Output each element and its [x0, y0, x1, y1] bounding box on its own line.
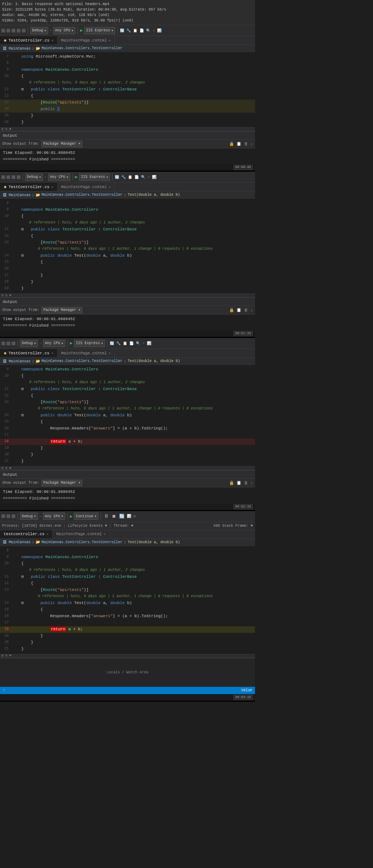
cpu-mode-dropdown-2[interactable]: Any CPU ▾: [48, 174, 70, 181]
tb2-sep3: [112, 174, 113, 180]
code-line: 20 }: [0, 452, 255, 458]
tab-testcontroller-3[interactable]: ● TestController.cs ✕: [0, 349, 58, 358]
tab-maintestpage-1[interactable]: MainTestPage.cshtml ✕: [58, 36, 115, 45]
tb2-sep1: [23, 174, 23, 180]
code-line: 10 {: [0, 73, 255, 80]
code-line: 8: [0, 60, 255, 67]
tab-close-3[interactable]: ✕: [51, 185, 54, 189]
tab-maintestpage-2[interactable]: MainTestPage.cshtml ✕: [58, 183, 115, 191]
tab-testcontroller-4[interactable]: testcontroller.cs ✕: [0, 530, 52, 539]
tab-testcontroller-2[interactable]: ● TestController.cs ✕: [0, 183, 58, 191]
output-header-2: Output: [0, 298, 255, 306]
tab-bar-4: testcontroller.cs ✕ MainTestPage.cshtml …: [0, 530, 255, 539]
toolbar-2: Debug ▾ - Any CPU ▾ ▶ IIS Express ▾ 🔄 🔧 …: [0, 172, 255, 183]
play-icon-1: ▶: [80, 28, 83, 33]
code-line-highlighted: 14 public: [0, 106, 255, 113]
code-line: 9 namespace MainCanvas.Controllers: [0, 366, 255, 373]
tab-testcontroller-1[interactable]: ● TestController.cs ✕: [0, 36, 58, 45]
stop-icon[interactable]: ⏹: [112, 514, 116, 519]
toolbar-sep-3: [117, 27, 118, 34]
toolbar-4: Debug ▾ - Any CPU ▾ ▶ Continue ▾ ⏸ ⏹ 🔄 📊…: [0, 511, 255, 522]
code-line-git: 0 references | huto, 9 days ago | 1 auth…: [0, 80, 255, 86]
cpu-mode-dropdown-3[interactable]: Any CPU ▾: [43, 340, 65, 347]
code-line: 18 }: [0, 279, 255, 285]
tab-bar-3: ● TestController.cs ✕ MainTestPage.cshtm…: [0, 349, 255, 358]
toolbar-sep-1: [28, 27, 28, 34]
toolbar-1: Debug ▾ - Any CPU ▾ ▶ IIS Express ▾ 🔄 🔧 …: [0, 25, 255, 36]
code-editor-3: 9 namespace MainCanvas.Controllers 10 { …: [0, 365, 255, 466]
pause-icon[interactable]: ⏸: [104, 513, 109, 519]
breadcrumb-1: 🖼 MainCanvas ❯ 📂 MainCanvas.Controllers.…: [0, 45, 255, 52]
code-line: 16: [0, 266, 255, 272]
cpu-mode-dropdown-4[interactable]: Any CPU ▾: [43, 513, 65, 520]
file-info-line3: Audio: aac, 44100 Hz, stereo, s16, 128 k…: [2, 12, 253, 18]
code-editor-2: 8 9 namespace MainCanvas.Controllers 10 …: [0, 199, 255, 293]
code-line: 11 ⊟ public class TestController : Contr…: [0, 574, 255, 580]
play-icon-2: ▶: [75, 174, 78, 180]
code-line: 13 [Route("api/test1")]: [0, 587, 255, 593]
restart-icon[interactable]: 🔄: [119, 514, 125, 519]
code-line: 15 {: [0, 259, 255, 266]
tab-maintestpage-3[interactable]: MainTestPage.cshtml ✕: [58, 349, 115, 358]
debug-mode-dropdown-4[interactable]: Debug ▾: [20, 513, 38, 520]
run-target-dropdown-1[interactable]: IIS Express ▾: [84, 27, 115, 34]
code-line: 13 [Route("api/test1")]: [0, 240, 255, 246]
output-panel-1: Output Show output from: Package Manager…: [0, 131, 255, 164]
run-target-dropdown-4[interactable]: Continue ▾: [74, 513, 98, 520]
timestamp-3: 00:02:18: [0, 503, 255, 510]
tab-close-6[interactable]: ✕: [109, 351, 111, 355]
tab-close-7[interactable]: ✕: [46, 532, 48, 536]
code-line: 12 {: [0, 233, 255, 240]
tab-close-2[interactable]: ✕: [109, 38, 111, 43]
debug-mode-dropdown[interactable]: Debug ▾: [30, 27, 48, 34]
timestamp-1: 00:00:48: [0, 164, 255, 171]
code-line: 13 [Route("api/test1")]: [0, 399, 255, 406]
toolbar-extra-icons: 🔄 🔧 📋 📄 🔍 ⚡ 📊: [120, 28, 161, 33]
code-line: 7 using Microsoft.AspNetCore.Mvc;: [0, 54, 255, 60]
debug-mode-dropdown-3[interactable]: Debug ▾: [20, 340, 38, 347]
run-target-dropdown-2[interactable]: IIS Express ▾: [79, 174, 110, 181]
locals-panel: Locals / Watch Area: [0, 658, 255, 687]
code-line: 20 }: [0, 639, 255, 646]
cpu-mode-dropdown-1[interactable]: Any CPU ▾: [53, 27, 75, 34]
file-info-line2: Size: 32311295 bytes (30.81 MiB), durati…: [2, 7, 253, 12]
debug-mode-dropdown-2[interactable]: Debug ▾: [25, 174, 43, 181]
tab-close-5[interactable]: ✕: [51, 351, 54, 355]
code-line-git: 0 references | huto, 9 days ago | 1 auth…: [0, 246, 255, 253]
code-line: 17: [0, 432, 255, 439]
code-line: 21 }: [0, 646, 255, 653]
output-toolbar-2: Show output from: Package Manager ▾ 🔒 📋 …: [0, 306, 255, 315]
tab-maintestpage-4[interactable]: MainTestPage.cshtml ✕: [52, 530, 110, 539]
section-3: Debug ▾ - Any CPU ▾ ▶ IIS Express ▾ 🔄 🔧 …: [0, 338, 255, 511]
tb3-sep3: [107, 340, 107, 347]
tb2-icon2: [7, 175, 10, 179]
output-source-select-2[interactable]: Package Manager ▾: [42, 307, 82, 314]
timestamp-2: 00:01:33: [0, 330, 255, 337]
tab-close-8[interactable]: ✕: [104, 532, 106, 536]
section-1: Debug ▾ - Any CPU ▾ ▶ IIS Express ▾ 🔄 🔧 …: [0, 25, 255, 172]
toolbar-icon-2: [7, 29, 10, 32]
code-line: 21 }: [0, 458, 255, 465]
breadcrumb-4: 🖼 MainCanvas ❯ 📂 MainCanvas.Controllers.…: [0, 539, 255, 546]
tab-close-4[interactable]: ✕: [109, 185, 111, 189]
tb2-icon3: [12, 175, 15, 179]
debug-process-bar: Process: [19720] dotnet.exe | Lifecycle …: [0, 522, 255, 530]
code-line: 15 {: [0, 419, 255, 425]
code-line: 16 Response.Headers["answers"] = (a + b)…: [0, 425, 255, 432]
tab-close-1[interactable]: ✕: [51, 38, 54, 43]
tb2-icon4: [17, 175, 20, 179]
code-line: 12 {: [0, 393, 255, 399]
code-line: 11 ⊟ public class TestController : Contr…: [0, 226, 255, 233]
code-line: 9 namespace MainCanvas.Controllers: [0, 67, 255, 73]
tb3-icon2: [7, 342, 10, 345]
output-source-select-1[interactable]: Package Manager ▾: [42, 141, 82, 147]
tb2-icon1: [1, 175, 5, 179]
code-line: 14 ⊟ public double Test(double a, double…: [0, 253, 255, 259]
code-line: 11 ⊟ public class TestController : Contr…: [0, 86, 255, 93]
code-line: 16 Response.Headers["answers"] = (a + b)…: [0, 613, 255, 620]
tb4-icon2: [7, 514, 10, 518]
run-target-dropdown-3[interactable]: IIS Express ▾: [74, 340, 105, 347]
scroll-area-2: 0 % ▼: [0, 293, 255, 297]
file-info-header: File: 2. Basic response with optional he…: [0, 0, 255, 25]
output-source-select-3[interactable]: Package Manager ▾: [42, 480, 82, 486]
